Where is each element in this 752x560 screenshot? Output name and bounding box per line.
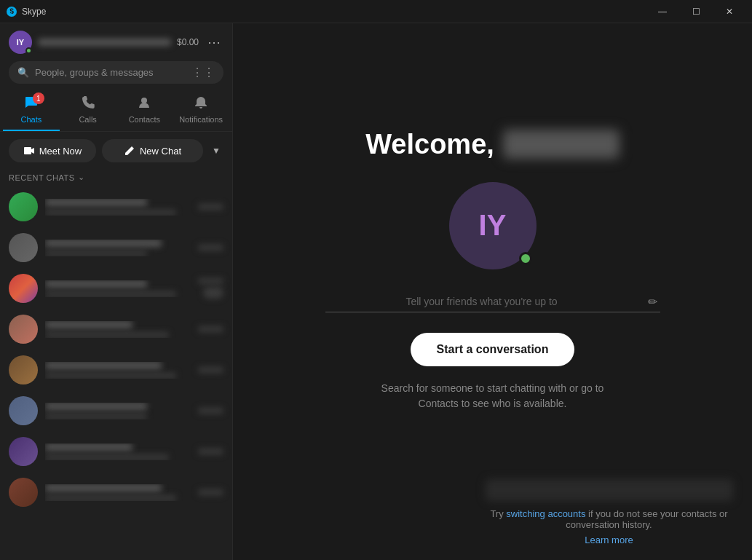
chat-meta xyxy=(198,408,223,414)
chat-info xyxy=(45,484,191,501)
profile-name-blurred xyxy=(38,39,171,46)
new-chat-dropdown-button[interactable]: ▼ xyxy=(209,139,223,162)
avatar-large-initials: IY xyxy=(479,209,507,242)
title-bar: Skype — ☐ ✕ xyxy=(0,0,752,23)
edit-status-icon[interactable]: ✏ xyxy=(648,295,657,309)
contact-name-blurred xyxy=(45,443,132,451)
edit-icon xyxy=(124,145,135,157)
avatar-initials: IY xyxy=(17,38,24,47)
tab-notifications[interactable]: Notifications xyxy=(173,90,229,131)
avatar xyxy=(9,396,38,425)
switching-accounts-link[interactable]: switching accounts xyxy=(506,508,588,519)
tab-chats[interactable]: Chats 1 xyxy=(3,90,60,131)
start-conversation-button[interactable]: Start a conversation xyxy=(411,333,575,366)
meet-now-label: Meet Now xyxy=(39,146,82,157)
app-container: IY $0.00 ⋯ 🔍 ⋮⋮ Chats 1 xyxy=(0,23,752,560)
search-bar: 🔍 ⋮⋮ xyxy=(0,61,232,90)
new-chat-button[interactable]: New Chat xyxy=(102,139,203,162)
title-bar-left: Skype xyxy=(6,6,46,17)
tab-calls[interactable]: Calls xyxy=(60,90,116,131)
close-button[interactable]: ✕ xyxy=(713,0,746,23)
restore-button[interactable]: ☐ xyxy=(679,0,713,23)
tab-chats-label: Chats xyxy=(21,115,42,124)
grid-icon[interactable]: ⋮⋮ xyxy=(191,66,215,79)
tab-contacts-label: Contacts xyxy=(129,115,160,124)
chat-meta xyxy=(198,367,223,373)
learn-more-link[interactable]: Learn more xyxy=(585,535,633,545)
message-preview-blurred xyxy=(45,291,176,297)
bottom-blurred-content xyxy=(486,479,733,501)
tab-notifications-label: Notifications xyxy=(179,115,223,124)
skype-logo-icon xyxy=(6,6,17,17)
new-chat-label: New Chat xyxy=(140,146,181,157)
avatar xyxy=(9,437,38,466)
status-input-wrap: ✏ xyxy=(325,291,660,312)
chat-info xyxy=(45,240,191,256)
app-title: Skype xyxy=(22,7,46,17)
status-input[interactable] xyxy=(325,291,660,312)
video-icon xyxy=(23,145,35,157)
chats-badge: 1 xyxy=(33,92,44,104)
contact-name-blurred xyxy=(45,362,162,369)
list-item[interactable] xyxy=(0,268,232,309)
switch-accounts-text: Try switching accounts if you do not see… xyxy=(480,508,737,530)
timestamp-blurred xyxy=(198,245,223,251)
action-buttons: Meet Now New Chat ▼ xyxy=(0,132,232,170)
try-text: Try xyxy=(490,508,503,519)
message-preview-blurred xyxy=(45,414,147,419)
search-input[interactable] xyxy=(35,67,186,78)
nav-tabs: Chats 1 Calls Contacts Notifications xyxy=(0,90,232,132)
avatar xyxy=(9,192,38,221)
list-item[interactable] xyxy=(0,186,232,227)
profile-bar: IY $0.00 ⋯ xyxy=(0,23,232,61)
online-status-dot xyxy=(25,47,32,54)
online-status-indicator xyxy=(519,252,532,265)
recent-chats-header[interactable]: RECENT CHATS ⌄ xyxy=(0,170,232,186)
avatar[interactable]: IY xyxy=(9,31,32,54)
more-options-button[interactable]: ⋯ xyxy=(205,33,223,52)
timestamp-blurred xyxy=(198,449,223,454)
message-preview-blurred xyxy=(45,454,169,460)
contact-name-blurred xyxy=(45,484,162,492)
svg-point-0 xyxy=(141,98,147,103)
chat-meta xyxy=(198,204,223,210)
chat-meta xyxy=(198,326,223,332)
list-item[interactable] xyxy=(0,390,232,431)
chat-meta xyxy=(198,449,223,454)
svg-rect-1 xyxy=(24,147,31,154)
user-avatar-large[interactable]: IY xyxy=(449,182,537,269)
bottom-text-mid: if you do not see your contacts or conve… xyxy=(566,508,727,530)
recent-chats-chevron-icon: ⌄ xyxy=(78,173,85,182)
list-item[interactable] xyxy=(0,350,232,390)
search-icon: 🔍 xyxy=(17,67,29,78)
welcome-text: Welcome, xyxy=(365,129,494,160)
contact-name-blurred xyxy=(45,403,147,410)
message-preview-blurred xyxy=(45,251,147,256)
welcome-title: Welcome, xyxy=(365,129,620,160)
profile-credit: $0.00 xyxy=(177,37,199,47)
username-blurred xyxy=(503,130,620,159)
avatar xyxy=(9,233,38,262)
chat-meta xyxy=(198,278,223,299)
minimize-button[interactable]: — xyxy=(646,0,679,23)
meet-now-button[interactable]: Meet Now xyxy=(9,139,96,162)
conversation-hint: Search for someone to start chatting wit… xyxy=(381,381,604,411)
timestamp-blurred xyxy=(198,326,223,332)
welcome-section: Welcome, IY ✏ Start a conversation Searc… xyxy=(325,129,660,411)
sidebar: IY $0.00 ⋯ 🔍 ⋮⋮ Chats 1 xyxy=(0,23,233,560)
avatar xyxy=(9,478,38,507)
list-item[interactable] xyxy=(0,472,232,513)
avatar xyxy=(9,355,38,384)
list-item[interactable] xyxy=(0,431,232,472)
contact-name-blurred xyxy=(45,199,147,206)
bottom-bar-content: Try switching accounts if you do not see… xyxy=(480,479,737,545)
timestamp-blurred xyxy=(198,489,223,495)
start-conversation-label: Start a conversation xyxy=(437,343,549,355)
contact-name-blurred xyxy=(45,280,147,288)
list-item[interactable] xyxy=(0,227,232,268)
list-item[interactable] xyxy=(0,309,232,350)
avatar xyxy=(9,274,38,303)
chat-info xyxy=(45,321,191,338)
chat-meta xyxy=(198,489,223,495)
tab-contacts[interactable]: Contacts xyxy=(116,90,173,131)
